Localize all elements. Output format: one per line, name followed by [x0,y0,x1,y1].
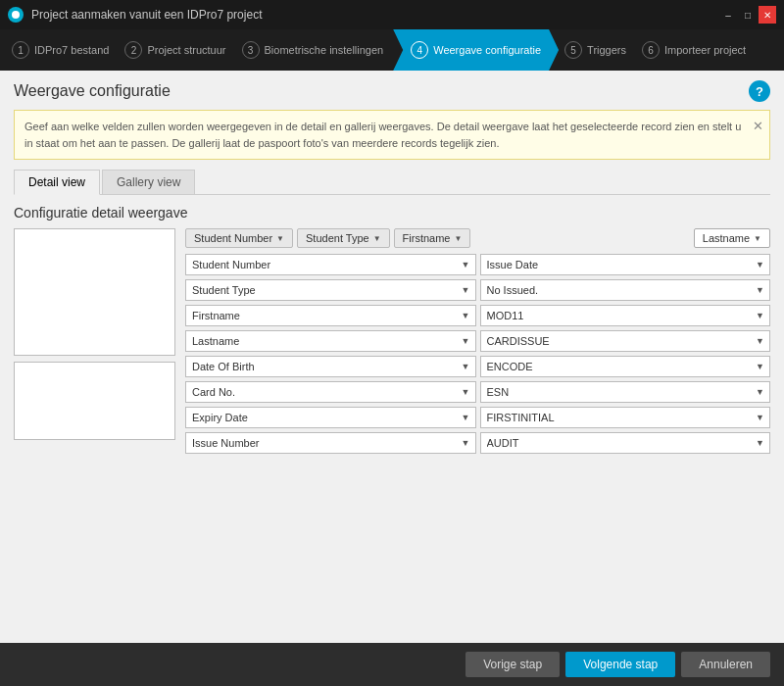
step-num-6: 6 [642,41,660,59]
image-preview-bottom [14,362,175,440]
field-select-r3[interactable]: MOD11 [480,305,771,326]
step-label-3: Biometrische instellingen [265,44,384,56]
field-select-wrapper-4: Lastname ▼ [185,330,476,352]
field-select-r2[interactable]: No Issued. [480,279,771,301]
chip-lastname[interactable]: Lastname ▼ [694,228,770,248]
page-title: Weergave configuratie [14,82,171,100]
right-grid: Student Number ▼ Student Type ▼ Firstnam… [185,228,770,454]
step-num-1: 1 [12,41,29,59]
page-header: Weergave configuratie ? [14,80,770,102]
field-select-3[interactable]: Firstname [185,305,476,326]
field-select-1[interactable]: Student Number [185,254,476,275]
window-title: Project aanmaken vanuit een IDPro7 proje… [31,8,262,22]
field-select-r6[interactable]: ESN [480,381,771,403]
field-select-wrapper-r7: FIRSTINITIAL ▼ [480,407,771,428]
field-select-r4[interactable]: CARDISSUE [480,330,771,352]
step-num-5: 5 [564,41,582,59]
field-select-6[interactable]: Card No. [185,381,476,403]
chip-firstname[interactable]: Firstname ▼ [394,228,471,248]
field-select-8[interactable]: Issue Number [185,432,476,454]
field-select-r7[interactable]: FIRSTINITIAL [480,407,771,428]
section-title: Configuratie detail weergave [14,205,770,220]
field-select-wrapper-r3: MOD11 ▼ [480,305,771,326]
step-label-6: Importeer project [664,44,746,56]
chip-arrow-icon: ▼ [454,234,462,243]
info-close-button[interactable]: ✕ [753,117,763,136]
wizard-step-1[interactable]: 1 IDPro7 bestand [6,29,119,71]
chip-student-number[interactable]: Student Number ▼ [185,228,293,248]
field-select-wrapper-r4: CARDISSUE ▼ [480,330,771,352]
cancel-button[interactable]: Annuleren [681,652,770,677]
info-box: Geef aan welke velden zullen worden weer… [14,110,770,160]
field-select-wrapper-1: Student Number ▼ [185,254,476,275]
step-num-3: 3 [242,41,260,59]
minimize-button[interactable]: – [719,6,737,24]
step-num-4: 4 [411,41,428,59]
step-label-2: Project structuur [147,44,225,56]
chip-row: Student Number ▼ Student Type ▼ Firstnam… [185,228,770,248]
wizard-step-6[interactable]: 6 Importeer project [636,29,756,71]
field-select-5[interactable]: Date Of Birth [185,356,476,377]
tab-detail-view[interactable]: Detail view [14,170,100,195]
wizard-step-3[interactable]: 3 Biometrische instellingen [236,29,394,71]
chip-arrow-icon: ▼ [373,234,381,243]
close-button[interactable]: ✕ [759,6,776,24]
help-button[interactable]: ? [749,80,770,102]
wizard-bar: 1 IDPro7 bestand 2 Project structuur 3 B… [0,29,784,71]
step-label-4: Weergave configuratie [433,44,541,56]
next-step-button[interactable]: Volgende stap [565,652,675,677]
prev-step-button[interactable]: Vorige stap [466,652,560,677]
field-select-wrapper-r5: ENCODE ▼ [480,356,771,377]
step-label-1: IDPro7 bestand [34,44,109,56]
window-controls: – □ ✕ [719,6,776,24]
field-select-4[interactable]: Lastname [185,330,476,352]
title-bar: Project aanmaken vanuit een IDPro7 proje… [0,0,784,29]
field-select-wrapper-6: Card No. ▼ [185,381,476,403]
image-preview-top [14,228,175,356]
wizard-step-5[interactable]: 5 Triggers [559,29,636,71]
wizard-step-2[interactable]: 2 Project structuur [119,29,235,71]
field-select-r8[interactable]: AUDIT [480,432,771,454]
field-select-wrapper-3: Firstname ▼ [185,305,476,326]
maximize-button[interactable]: □ [739,6,757,24]
footer: Vorige stap Volgende stap Annuleren [0,643,784,686]
chip-student-type[interactable]: Student Type ▼ [297,228,390,248]
left-panel [14,228,175,454]
svg-point-0 [12,11,20,19]
field-select-wrapper-r1: Issue Date ▼ [480,254,771,275]
chip-arrow-icon: ▼ [276,234,284,243]
tab-bar: Detail view Gallery view [14,170,770,195]
field-select-wrapper-r2: No Issued. ▼ [480,279,771,301]
field-select-7[interactable]: Expiry Date [185,407,476,428]
field-select-wrapper-7: Expiry Date ▼ [185,407,476,428]
chip-arrow-icon: ▼ [754,234,761,243]
field-select-2[interactable]: Student Type [185,279,476,301]
config-area: Student Number ▼ Student Type ▼ Firstnam… [14,228,770,454]
field-select-wrapper-r6: ESN ▼ [480,381,771,403]
step-num-2: 2 [124,41,142,59]
field-select-wrapper-5: Date Of Birth ▼ [185,356,476,377]
wizard-step-4[interactable]: 4 Weergave configuratie [393,29,559,71]
field-select-wrapper-8: Issue Number ▼ [185,432,476,454]
field-select-r1[interactable]: Issue Date [480,254,771,275]
main-content: Weergave configuratie ? Geef aan welke v… [0,71,784,643]
field-select-wrapper-2: Student Type ▼ [185,279,476,301]
fields-grid: Student Number ▼ Issue Date ▼ Student Ty… [185,254,770,454]
app-icon [8,7,24,23]
tab-gallery-view[interactable]: Gallery view [102,170,195,194]
field-select-wrapper-r8: AUDIT ▼ [480,432,771,454]
field-select-r5[interactable]: ENCODE [480,356,771,377]
step-label-5: Triggers [587,44,626,56]
info-text: Geef aan welke velden zullen worden weer… [24,121,741,149]
